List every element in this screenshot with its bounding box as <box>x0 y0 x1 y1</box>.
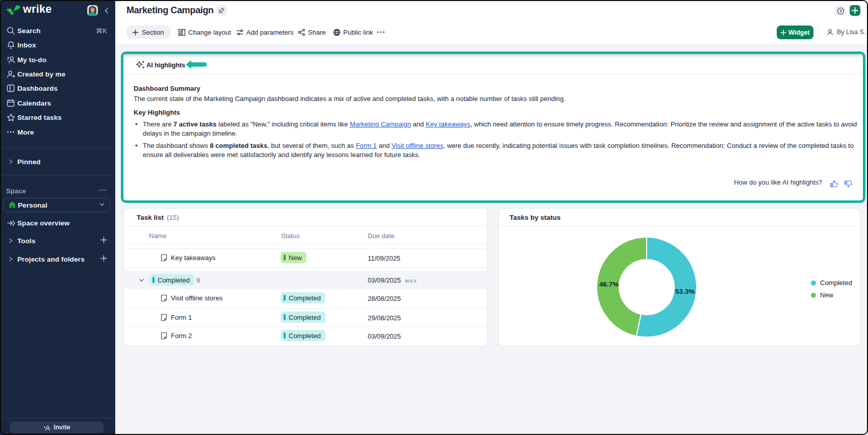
svg-text:?: ? <box>839 8 842 13</box>
